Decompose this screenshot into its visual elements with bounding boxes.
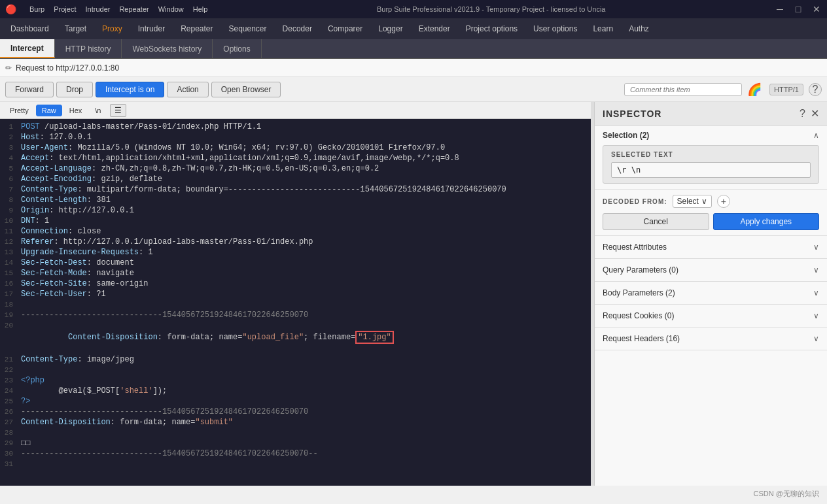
menu-help[interactable]: Help bbox=[193, 5, 208, 13]
code-line-11: 11 Connection: close bbox=[0, 226, 591, 237]
code-line-22: 22 bbox=[0, 365, 591, 375]
inspector-close-icon[interactable]: ✕ bbox=[811, 107, 819, 120]
code-line-12: 12 Referer: http://127.0.0.1/upload-labs… bbox=[0, 237, 591, 247]
close-button[interactable]: ✕ bbox=[811, 4, 822, 14]
decoded-select-chevron: ∨ bbox=[701, 197, 707, 206]
raw-btn[interactable]: Raw bbox=[36, 105, 62, 116]
body-parameters-title: Body Parameters (2) bbox=[603, 288, 675, 297]
code-line-10: 10 DNT: 1 bbox=[0, 216, 591, 226]
minimize-button[interactable]: ─ bbox=[775, 4, 785, 14]
menu-repeater[interactable]: Repeater bbox=[119, 5, 149, 13]
inspector-help-icon[interactable]: ? bbox=[800, 108, 805, 120]
code-line-21: 21 Content-Type: image/jpeg bbox=[0, 354, 591, 365]
intercept-button[interactable]: Intercept is on bbox=[96, 82, 164, 97]
tab-options[interactable]: Options bbox=[213, 39, 261, 58]
menu-window[interactable]: Window bbox=[158, 5, 184, 13]
selected-text-content[interactable]: \r \n bbox=[611, 162, 811, 178]
menu-dashboard[interactable]: Dashboard bbox=[3, 22, 57, 36]
code-line-27: 27 Content-Disposition: form-data; name=… bbox=[0, 417, 591, 428]
open-browser-button[interactable]: Open Browser bbox=[211, 82, 281, 97]
watermark: CSDN @无聊的知识 bbox=[754, 489, 819, 499]
forward-button[interactable]: Forward bbox=[5, 82, 54, 97]
decoded-select-label: Select bbox=[677, 197, 699, 206]
code-line-18: 18 bbox=[0, 299, 591, 310]
menu-learn[interactable]: Learn bbox=[585, 22, 621, 36]
code-line-8: 8 Content-Length: 381 bbox=[0, 195, 591, 205]
menu-logger[interactable]: Logger bbox=[370, 22, 410, 36]
request-cookies-header[interactable]: Request Cookies (0) ∨ bbox=[595, 305, 827, 327]
title-bar: 🔴 Burp Project Intruder Repeater Window … bbox=[0, 0, 827, 18]
menu-repeater-main[interactable]: Repeater bbox=[173, 22, 220, 36]
decoded-actions: Cancel Apply changes bbox=[603, 213, 819, 230]
request-headers-header[interactable]: Request Headers (16) ∨ bbox=[595, 328, 827, 350]
burp-logo: 🔴 bbox=[5, 4, 16, 14]
code-line-19: 19 ------------------------------1544056… bbox=[0, 310, 591, 320]
apply-changes-button[interactable]: Apply changes bbox=[713, 213, 820, 230]
main-content: Pretty Raw Hex \n ☰ 1 POST /upload-labs-… bbox=[0, 102, 827, 486]
menu-extender[interactable]: Extender bbox=[411, 22, 458, 36]
code-line-4: 4 Accept: text/html,application/xhtml+xm… bbox=[0, 153, 591, 163]
request-editor-panel: Pretty Raw Hex \n ☰ 1 POST /upload-labs-… bbox=[0, 102, 591, 486]
code-line-2: 2 Host: 127.0.0.1 bbox=[0, 132, 591, 143]
action-button[interactable]: Action bbox=[167, 82, 208, 97]
request-attributes-header[interactable]: Request Attributes ∨ bbox=[595, 236, 827, 258]
code-line-17: 17 Sec-Fetch-User: ?1 bbox=[0, 289, 591, 299]
color-palette-icon[interactable]: 🌈 bbox=[747, 82, 762, 97]
menu-comparer[interactable]: Comparer bbox=[320, 22, 370, 36]
code-line-9: 9 Origin: http://127.0.0.1 bbox=[0, 205, 591, 216]
app-title: Burp Suite Professional v2021.9 - Tempor… bbox=[207, 5, 775, 13]
query-parameters-title: Query Parameters (0) bbox=[603, 265, 678, 275]
code-line-25: 25 ?> bbox=[0, 396, 591, 407]
selection-header[interactable]: Selection (2) ∧ bbox=[603, 131, 819, 140]
editor-menu-btn[interactable]: ☰ bbox=[110, 104, 126, 117]
selection-chevron: ∧ bbox=[813, 131, 819, 140]
decoded-from-label: DECODED FROM: bbox=[603, 198, 667, 205]
request-headers-section: Request Headers (16) ∨ bbox=[595, 328, 827, 350]
tab-websockets-history[interactable]: WebSockets history bbox=[122, 39, 213, 58]
slash-n-btn[interactable]: \n bbox=[89, 105, 107, 116]
menu-target[interactable]: Target bbox=[57, 22, 94, 36]
code-line-5: 5 Accept-Language: zh-CN,zh;q=0.8,zh-TW;… bbox=[0, 163, 591, 174]
menu-proxy[interactable]: Proxy bbox=[94, 22, 130, 36]
decoded-add-button[interactable]: + bbox=[717, 195, 730, 208]
selection-title: Selection (2) bbox=[603, 131, 649, 140]
pretty-btn[interactable]: Pretty bbox=[4, 105, 35, 116]
body-parameters-chevron: ∨ bbox=[813, 288, 819, 297]
http-version-badge: HTTP/1 bbox=[769, 84, 803, 95]
code-line-20: 20 Content-Disposition: form-data; name=… bbox=[0, 320, 591, 354]
request-url-text: Request to http://127.0.0.1:80 bbox=[16, 63, 119, 73]
code-line-7: 7 Content-Type: multipart/form-data; bou… bbox=[0, 184, 591, 195]
query-parameters-section: Query Parameters (0) ∨ bbox=[595, 259, 827, 282]
editor-toolbar: Pretty Raw Hex \n ☰ bbox=[0, 102, 591, 119]
menu-user-options[interactable]: User options bbox=[525, 22, 585, 36]
drop-button[interactable]: Drop bbox=[56, 82, 93, 97]
code-line-13: 13 Upgrade-Insecure-Requests: 1 bbox=[0, 247, 591, 258]
code-line-29: 29 □□ bbox=[0, 438, 591, 448]
decoded-from-section: DECODED FROM: Select ∨ + Cancel Apply ch… bbox=[595, 190, 827, 236]
request-attributes-chevron: ∨ bbox=[813, 243, 819, 252]
menu-intruder[interactable]: Intruder bbox=[86, 5, 111, 13]
menu-intruder-main[interactable]: Intruder bbox=[130, 22, 173, 36]
menu-decoder[interactable]: Decoder bbox=[275, 22, 320, 36]
cancel-button[interactable]: Cancel bbox=[603, 213, 709, 230]
code-line-28: 28 bbox=[0, 428, 591, 438]
tab-http-history[interactable]: HTTP history bbox=[55, 39, 122, 58]
comment-input[interactable] bbox=[624, 83, 742, 96]
menu-project[interactable]: Project bbox=[54, 5, 76, 13]
menu-sequencer[interactable]: Sequencer bbox=[221, 22, 275, 36]
body-parameters-header[interactable]: Body Parameters (2) ∨ bbox=[595, 282, 827, 304]
maximize-button[interactable]: □ bbox=[793, 4, 803, 14]
code-line-16: 16 Sec-Fetch-Site: same-origin bbox=[0, 278, 591, 289]
decoded-select-dropdown[interactable]: Select ∨ bbox=[673, 195, 712, 208]
menu-project-options[interactable]: Project options bbox=[458, 22, 525, 36]
menu-authz[interactable]: Authz bbox=[621, 22, 657, 36]
code-line-6: 6 Accept-Encoding: gzip, deflate bbox=[0, 174, 591, 184]
tab-intercept[interactable]: Intercept bbox=[0, 39, 55, 58]
query-parameters-header[interactable]: Query Parameters (0) ∨ bbox=[595, 259, 827, 281]
help-icon[interactable]: ? bbox=[809, 83, 822, 96]
request-cookies-title: Request Cookies (0) bbox=[603, 311, 674, 320]
query-parameters-chevron: ∨ bbox=[813, 265, 819, 275]
hex-btn[interactable]: Hex bbox=[63, 105, 88, 116]
menu-burp[interactable]: Burp bbox=[29, 5, 44, 13]
code-editor[interactable]: 1 POST /upload-labs-master/Pass-01/index… bbox=[0, 119, 591, 486]
